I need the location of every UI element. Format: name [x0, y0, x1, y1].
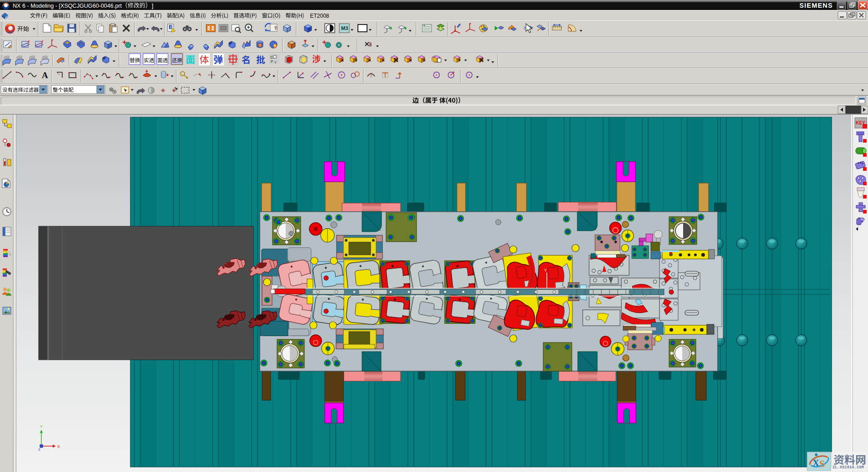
svg-text:ZL.XS1616.COM: ZL.XS1616.COM: [833, 465, 864, 469]
svg-text:S: S: [819, 458, 825, 469]
svg-text:Z: Z: [38, 447, 40, 452]
svg-text:X: X: [57, 444, 60, 449]
svg-text:I: I: [370, 42, 372, 47]
svg-text:i: i: [170, 25, 172, 30]
svg-text:P: P: [271, 60, 273, 64]
svg-text:SIEMENS: SIEMENS: [799, 2, 833, 9]
svg-text:M3: M3: [341, 25, 348, 31]
svg-text:Y: Y: [274, 61, 277, 64]
svg-text:A: A: [42, 70, 48, 80]
svg-text:C: C: [270, 55, 273, 60]
svg-text:Y: Y: [544, 268, 547, 273]
svg-text:]: ]: [152, 2, 154, 9]
svg-text:ET2008: ET2008: [310, 13, 329, 19]
svg-text:Y: Y: [40, 424, 43, 429]
svg-text:NX 6 - Modeling - [XSQCJGUG60-: NX 6 - Modeling - [XSQCJGUG60-0046.prt: [13, 3, 122, 9]
svg-text:X: X: [813, 458, 819, 468]
